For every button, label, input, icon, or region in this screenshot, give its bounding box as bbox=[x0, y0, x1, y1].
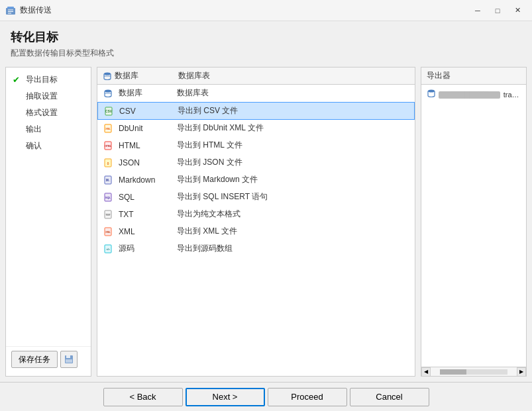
list-item-db-desc: 数据库表 bbox=[177, 87, 209, 99]
sidebar-item-label: 导出目标 bbox=[26, 74, 58, 85]
svg-text:XML: XML bbox=[105, 128, 111, 130]
dbunit-icon: XML bbox=[103, 123, 113, 134]
list-item-csv-name: CSV bbox=[119, 107, 172, 116]
sidebar-item-label: 格式设置 bbox=[26, 107, 58, 118]
sidebar-item-label: 抽取设置 bbox=[26, 91, 58, 102]
list-item-html-name: HTML bbox=[119, 141, 172, 150]
sidebar-item-export-target[interactable]: ✔ 导出目标 bbox=[6, 71, 91, 88]
scroll-right-arrow[interactable]: ▶ bbox=[517, 367, 526, 377]
scroll-track bbox=[440, 369, 507, 375]
right-panel-db-icon bbox=[427, 89, 436, 100]
txt-icon: TXT bbox=[103, 209, 113, 220]
svg-text:HTML: HTML bbox=[105, 145, 112, 148]
title-bar-controls: ─ □ ✕ bbox=[468, 3, 527, 18]
db-icon bbox=[103, 71, 112, 81]
list-item-source[interactable]: </> 源码 导出到源码数组 bbox=[97, 240, 415, 257]
title-bar-text: 数据传送 bbox=[20, 5, 468, 16]
svg-text:CSV: CSV bbox=[105, 109, 113, 113]
page-title: 转化目标 bbox=[11, 29, 521, 45]
sidebar-bottom: 保存任务 bbox=[6, 346, 91, 372]
list-item-dbunit[interactable]: XML DbUnit 导出到 DbUnit XML 文件 bbox=[97, 120, 415, 137]
list-item-dbunit-name: DbUnit bbox=[119, 124, 172, 133]
body-layout: ✔ 导出目标 抽取设置 格式设置 输出 确认 保存任务 bbox=[0, 64, 532, 382]
page-header: 转化目标 配置数据传输目标类型和格式 bbox=[0, 21, 532, 64]
svg-text:{}: {} bbox=[107, 161, 109, 165]
list-item-dbunit-desc: 导出到 DbUnit XML 文件 bbox=[177, 122, 264, 134]
svg-text:M↓: M↓ bbox=[106, 179, 110, 182]
list-item-xml[interactable]: XML XML 导出到 XML 文件 bbox=[97, 223, 415, 240]
sidebar-item-label: 确认 bbox=[26, 140, 42, 152]
maximize-button[interactable]: □ bbox=[488, 3, 507, 18]
list-item-source-name: 源码 bbox=[119, 243, 172, 254]
footer: < Back Next > Proceed Cancel bbox=[0, 382, 532, 411]
right-panel: 导出器 ████████ trait_fi bbox=[421, 67, 527, 377]
list-item-json[interactable]: {} JSON 导出到 JSON 文件 bbox=[97, 154, 415, 171]
list-item-html-desc: 导出到 HTML 文件 bbox=[177, 140, 242, 151]
scroll-left-arrow[interactable]: ◀ bbox=[421, 367, 431, 377]
sql-icon: SQL bbox=[103, 192, 113, 203]
main-content: 转化目标 配置数据传输目标类型和格式 ✔ 导出目标 抽取设置 格式设置 输出 bbox=[0, 21, 532, 382]
close-button[interactable]: ✕ bbox=[508, 3, 527, 18]
horizontal-scrollbar[interactable]: ◀ ▶ bbox=[421, 367, 526, 376]
svg-text:SQL: SQL bbox=[105, 197, 111, 199]
list-item-markdown[interactable]: M↓ Markdown 导出到 Markdown 文件 bbox=[97, 171, 415, 189]
sidebar: ✔ 导出目标 抽取设置 格式设置 输出 确认 保存任务 bbox=[5, 67, 91, 377]
right-panel-content: ████████ trait_fi bbox=[421, 85, 526, 367]
list-item-sql-desc: 导出到 SQL INSERT 语句 bbox=[177, 191, 268, 203]
center-panel-header: 数据库 数据库表 bbox=[97, 68, 415, 85]
proceed-button[interactable]: Proceed bbox=[268, 388, 347, 406]
list-item-html[interactable]: HTML HTML 导出到 HTML 文件 bbox=[97, 137, 415, 154]
svg-rect-1 bbox=[7, 7, 14, 9]
right-panel-item: ████████ trait_fi bbox=[424, 87, 523, 101]
right-panel-scroll-area: ████████ trait_fi ◀ ▶ bbox=[421, 85, 526, 376]
svg-point-30 bbox=[428, 90, 435, 93]
markdown-icon: M↓ bbox=[103, 175, 113, 185]
center-panel: 数据库 数据库表 数据库 bbox=[97, 67, 415, 377]
save-task-button[interactable]: 保存任务 bbox=[11, 351, 58, 368]
list-item-json-name: JSON bbox=[119, 158, 172, 167]
svg-point-8 bbox=[104, 72, 111, 75]
scroll-thumb[interactable] bbox=[440, 369, 466, 375]
col-table-label: 数据库表 bbox=[178, 70, 210, 81]
col-db-label: 数据库 bbox=[115, 70, 138, 81]
page-subtitle: 配置数据传输目标类型和格式 bbox=[11, 48, 521, 59]
html-icon: HTML bbox=[103, 140, 113, 151]
col-header-db: 数据库 bbox=[103, 70, 138, 81]
db-header-icon bbox=[103, 88, 113, 99]
source-icon: </> bbox=[103, 244, 113, 254]
title-bar: 数据传送 ─ □ ✕ bbox=[0, 0, 532, 21]
next-button[interactable]: Next > bbox=[186, 388, 265, 406]
list-item-db-header[interactable]: 数据库 数据库表 bbox=[97, 85, 415, 102]
sidebar-item-confirm[interactable]: 确认 bbox=[6, 138, 91, 154]
xml-icon: XML bbox=[103, 226, 113, 237]
right-panel-value: ████████ trait_fi bbox=[439, 91, 521, 99]
save-icon-button[interactable] bbox=[60, 351, 78, 368]
list-item-txt[interactable]: TXT TXT 导出为纯文本格式 bbox=[97, 206, 415, 223]
back-button[interactable]: < Back bbox=[103, 388, 183, 406]
sidebar-item-format-settings[interactable]: 格式设置 bbox=[6, 105, 91, 121]
sidebar-item-output[interactable]: 输出 bbox=[6, 121, 91, 138]
cancel-button[interactable]: Cancel bbox=[350, 388, 429, 406]
list-item-txt-name: TXT bbox=[119, 210, 172, 219]
center-panel-list: 数据库 数据库表 CSV CSV 导出到 CSV 文件 bbox=[97, 85, 415, 376]
svg-text:TXT: TXT bbox=[105, 214, 111, 216]
sidebar-item-extract-settings[interactable]: 抽取设置 bbox=[6, 88, 91, 105]
list-item-source-desc: 导出到源码数组 bbox=[177, 243, 233, 254]
json-icon: {} bbox=[103, 158, 113, 168]
list-item-csv-desc: 导出到 CSV 文件 bbox=[178, 105, 238, 116]
app-icon bbox=[5, 5, 16, 16]
sidebar-item-label: 输出 bbox=[26, 124, 42, 135]
list-item-txt-desc: 导出为纯文本格式 bbox=[177, 208, 240, 220]
list-item-db-name: 数据库 bbox=[119, 87, 172, 99]
list-item-csv[interactable]: CSV CSV 导出到 CSV 文件 bbox=[97, 102, 415, 120]
list-item-sql[interactable]: SQL SQL 导出到 SQL INSERT 语句 bbox=[97, 189, 415, 206]
svg-text:</>: </> bbox=[106, 248, 109, 251]
save-file-icon bbox=[64, 355, 74, 364]
list-item-xml-name: XML bbox=[119, 227, 172, 236]
svg-rect-6 bbox=[66, 355, 70, 358]
check-icon: ✔ bbox=[13, 75, 22, 85]
svg-text:XML: XML bbox=[105, 231, 111, 234]
right-panel-header: 导出器 bbox=[421, 68, 526, 85]
minimize-button[interactable]: ─ bbox=[468, 3, 487, 18]
svg-point-10 bbox=[105, 89, 111, 92]
